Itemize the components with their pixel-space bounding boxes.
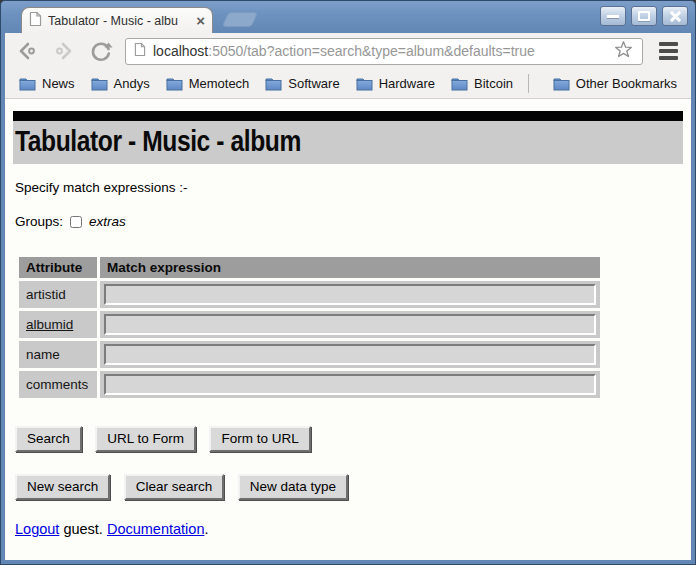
back-icon[interactable] bbox=[14, 38, 40, 64]
logout-link[interactable]: Logout bbox=[15, 521, 59, 537]
other-bookmarks-label: Other Bookmarks bbox=[576, 76, 677, 91]
bookmarks-separator bbox=[528, 74, 529, 93]
column-header-attribute: Attribute bbox=[19, 257, 97, 278]
column-header-match-expression: Match expression bbox=[100, 257, 600, 278]
clear-search-button[interactable]: Clear search bbox=[124, 474, 225, 500]
bookmark-label: Andys bbox=[114, 76, 150, 91]
maximize-button[interactable] bbox=[631, 6, 657, 26]
bookmark-andys[interactable]: Andys bbox=[83, 73, 158, 94]
minimize-button[interactable] bbox=[600, 6, 626, 26]
footer-links: Logout guest. Documentation. bbox=[15, 521, 683, 537]
page-top-bar bbox=[13, 111, 683, 121]
attribute-label-artistid: artistid bbox=[19, 281, 97, 308]
address-bar[interactable]: localhost:5050/tab?action=search&type=al… bbox=[125, 38, 643, 65]
titlebar[interactable]: Tabulator - Music - albu × bbox=[1, 1, 695, 33]
url-host: localhost bbox=[153, 43, 208, 59]
close-button[interactable] bbox=[662, 6, 688, 26]
browser-chrome: localhost:5050/tab?action=search&type=al… bbox=[5, 33, 691, 560]
table-header-row: Attribute Match expression bbox=[19, 257, 600, 278]
primary-actions: Search URL to Form Form to URL bbox=[15, 426, 683, 452]
groups-extras-label: extras bbox=[89, 214, 126, 229]
documentation-link[interactable]: Documentation bbox=[107, 521, 205, 537]
form-to-url-button[interactable]: Form to URL bbox=[209, 426, 310, 452]
browser-window: Tabulator - Music - albu × bbox=[0, 0, 696, 565]
groups-label: Groups: bbox=[15, 214, 63, 229]
match-input-name[interactable] bbox=[104, 344, 596, 365]
bookmark-star-icon[interactable] bbox=[613, 39, 634, 64]
minimize-icon bbox=[607, 15, 619, 18]
table-row: comments bbox=[19, 371, 600, 398]
bookmark-bitcoin[interactable]: Bitcoin bbox=[443, 73, 521, 94]
bookmark-hardware[interactable]: Hardware bbox=[348, 73, 443, 94]
new-tab-button[interactable] bbox=[222, 12, 259, 27]
bookmark-label: Bitcoin bbox=[474, 76, 513, 91]
menu-icon[interactable] bbox=[654, 39, 682, 63]
table-row: name bbox=[19, 341, 600, 368]
groups-extras-checkbox[interactable] bbox=[70, 216, 82, 228]
attribute-label-comments: comments bbox=[19, 371, 97, 398]
tab-close-icon[interactable]: × bbox=[196, 14, 205, 28]
new-search-button[interactable]: New search bbox=[15, 474, 110, 500]
url-text[interactable]: localhost:5050/tab?action=search&type=al… bbox=[153, 43, 606, 59]
bookmarks-bar: News Andys Memotech Software Hardware Bi… bbox=[5, 69, 691, 99]
bookmark-label: Software bbox=[288, 76, 339, 91]
reload-icon[interactable] bbox=[88, 38, 114, 64]
match-input-albumid[interactable] bbox=[104, 314, 596, 335]
match-input-comments[interactable] bbox=[104, 374, 596, 395]
bookmark-news[interactable]: News bbox=[11, 73, 83, 94]
attribute-link-albumid[interactable]: albumid bbox=[26, 317, 73, 332]
page-title: Tabulator - Music - album bbox=[15, 125, 559, 157]
match-expression-table: Attribute Match expression artistid albu… bbox=[16, 254, 603, 401]
intro-text: Specify match expressions :- bbox=[15, 180, 683, 195]
bookmark-label: News bbox=[42, 76, 75, 91]
page-viewport: Tabulator - Music - album Specify match … bbox=[5, 99, 691, 560]
maximize-icon bbox=[638, 11, 650, 21]
table-row: artistid bbox=[19, 281, 600, 308]
secondary-actions: New search Clear search New data type bbox=[15, 474, 683, 500]
footer-user-text: guest. bbox=[59, 521, 107, 537]
groups-row: Groups: extras bbox=[15, 214, 683, 229]
tab-title: Tabulator - Music - albu bbox=[48, 14, 190, 28]
search-button[interactable]: Search bbox=[15, 426, 82, 452]
new-data-type-button[interactable]: New data type bbox=[238, 474, 348, 500]
page-icon bbox=[134, 42, 146, 61]
match-input-artistid[interactable] bbox=[104, 284, 596, 305]
attribute-label-name: name bbox=[19, 341, 97, 368]
nav-toolbar: localhost:5050/tab?action=search&type=al… bbox=[5, 33, 691, 69]
page-icon bbox=[29, 11, 42, 31]
bookmark-software[interactable]: Software bbox=[257, 73, 347, 94]
url-path: :5050/tab?action=search&type=album&defau… bbox=[208, 43, 535, 59]
bookmark-memotech[interactable]: Memotech bbox=[158, 73, 258, 94]
url-to-form-button[interactable]: URL to Form bbox=[95, 426, 196, 452]
bookmark-label: Memotech bbox=[189, 76, 250, 91]
page-header: Tabulator - Music - album bbox=[13, 121, 683, 164]
window-controls bbox=[600, 6, 688, 26]
other-bookmarks-button[interactable]: Other Bookmarks bbox=[545, 73, 685, 94]
bookmark-label: Hardware bbox=[379, 76, 435, 91]
forward-icon[interactable] bbox=[51, 38, 77, 64]
footer-period: . bbox=[204, 521, 208, 537]
browser-tab[interactable]: Tabulator - Music - albu × bbox=[21, 7, 213, 33]
table-row: albumid bbox=[19, 311, 600, 338]
